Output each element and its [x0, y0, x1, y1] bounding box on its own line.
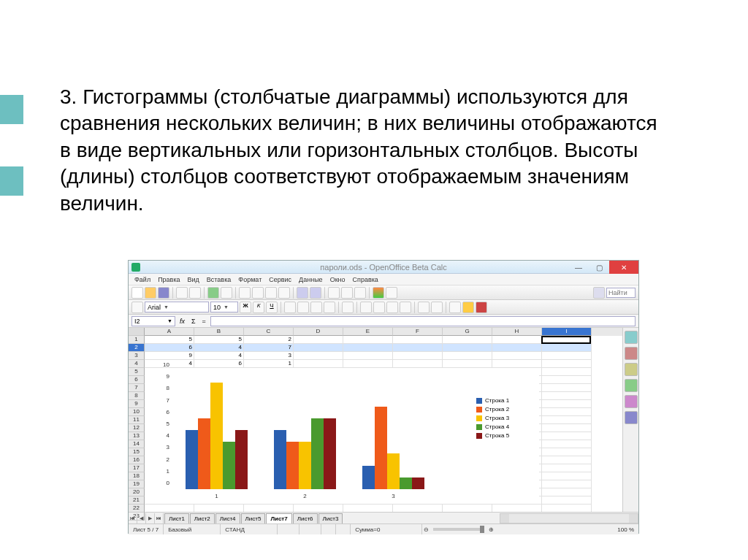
- col-header-F[interactable]: F: [393, 328, 443, 336]
- row-header-11[interactable]: 11: [129, 416, 145, 424]
- menu-format[interactable]: Формат: [235, 276, 264, 283]
- row-header-9[interactable]: 9: [129, 400, 145, 408]
- menu-file[interactable]: Файл: [131, 276, 153, 283]
- cell[interactable]: [294, 352, 343, 360]
- row-header-15[interactable]: 15: [129, 448, 145, 456]
- cell[interactable]: [542, 384, 592, 392]
- cell[interactable]: [343, 360, 393, 368]
- cell[interactable]: 2: [244, 336, 294, 344]
- cell[interactable]: 1: [244, 360, 294, 368]
- row-header-22[interactable]: 22: [129, 505, 145, 513]
- font-size-combo[interactable]: 10▼: [210, 302, 238, 312]
- sheet-tab[interactable]: Лист5: [241, 513, 266, 523]
- cell[interactable]: [244, 505, 294, 512]
- cell[interactable]: 4: [145, 360, 194, 368]
- row-header-2[interactable]: 2: [129, 344, 145, 352]
- cell[interactable]: 4: [194, 352, 244, 360]
- new-doc-icon[interactable]: [131, 287, 143, 299]
- preview-icon[interactable]: [189, 287, 201, 299]
- sum-button[interactable]: Σ: [189, 318, 198, 325]
- cell[interactable]: [443, 336, 492, 344]
- cell[interactable]: [542, 464, 592, 472]
- align-right-icon[interactable]: [310, 302, 322, 313]
- zoom-slider[interactable]: [433, 528, 484, 531]
- row-header-18[interactable]: 18: [129, 472, 145, 480]
- col-header-E[interactable]: E: [343, 328, 393, 336]
- row-header-14[interactable]: 14: [129, 440, 145, 448]
- col-header-H[interactable]: H: [492, 328, 542, 336]
- navigator-icon[interactable]: [386, 287, 397, 299]
- fontcolor-icon[interactable]: [476, 302, 487, 313]
- properties-icon[interactable]: [625, 331, 638, 344]
- cell[interactable]: [542, 408, 592, 416]
- cell[interactable]: [393, 352, 443, 360]
- row-header-1[interactable]: 1: [129, 336, 145, 344]
- row-header-16[interactable]: 16: [129, 456, 145, 464]
- menu-view[interactable]: Вид: [185, 276, 202, 283]
- paste-icon[interactable]: [265, 287, 277, 299]
- cell[interactable]: 3: [244, 352, 294, 360]
- row-header-6[interactable]: 6: [129, 376, 145, 384]
- cell[interactable]: [492, 505, 542, 512]
- open-icon[interactable]: [145, 287, 156, 299]
- menu-edit[interactable]: Правка: [155, 276, 183, 283]
- eq-button[interactable]: =: [200, 318, 208, 325]
- cell[interactable]: [145, 505, 194, 512]
- cell[interactable]: [542, 496, 592, 505]
- cell[interactable]: [542, 448, 592, 456]
- cell[interactable]: 6: [145, 344, 194, 352]
- currency-icon[interactable]: [360, 302, 372, 313]
- sheet-tab[interactable]: Лист3: [318, 513, 343, 523]
- cell[interactable]: 7: [244, 344, 294, 352]
- styles-icon[interactable]: [131, 302, 143, 313]
- col-header-I[interactable]: I: [542, 328, 592, 336]
- col-header-A[interactable]: A: [145, 328, 194, 336]
- cell[interactable]: 4: [194, 344, 244, 352]
- gallery-icon[interactable]: [625, 363, 638, 376]
- bold-button[interactable]: Ж: [240, 302, 251, 313]
- status-sum[interactable]: Сумма=0: [351, 524, 422, 534]
- cell[interactable]: [492, 344, 542, 352]
- cell[interactable]: [294, 360, 343, 368]
- functions-icon[interactable]: [625, 395, 638, 408]
- tab-prev-icon[interactable]: ◀: [137, 513, 146, 523]
- sort-desc-icon[interactable]: [354, 287, 366, 299]
- zoom-in-button[interactable]: ⊕: [487, 526, 495, 533]
- cell[interactable]: [194, 505, 244, 512]
- cell[interactable]: [393, 360, 443, 368]
- row-header-5[interactable]: 5: [129, 368, 145, 376]
- row-header-3[interactable]: 3: [129, 352, 145, 360]
- cell[interactable]: [443, 352, 492, 360]
- embedded-chart[interactable]: 012345678910 123 Строка 1Строка 2Строка …: [145, 368, 539, 504]
- menu-data[interactable]: Данные: [296, 276, 326, 283]
- cell[interactable]: [542, 432, 592, 440]
- cell[interactable]: [443, 360, 492, 368]
- row-header-17[interactable]: 17: [129, 464, 145, 472]
- minimize-button[interactable]: —: [568, 261, 589, 274]
- cell[interactable]: [542, 488, 592, 496]
- menu-help[interactable]: Справка: [350, 276, 381, 283]
- align-left-icon[interactable]: [284, 302, 296, 313]
- cell[interactable]: [393, 336, 443, 344]
- sort-asc-icon[interactable]: [341, 287, 353, 299]
- copy-icon[interactable]: [252, 287, 264, 299]
- cell[interactable]: [542, 352, 592, 360]
- cell[interactable]: [542, 392, 592, 400]
- format-paint-icon[interactable]: [278, 287, 290, 299]
- cell[interactable]: [294, 336, 343, 344]
- find-input[interactable]: [606, 288, 636, 298]
- bgcolor-icon[interactable]: [462, 302, 474, 313]
- menu-window[interactable]: Окно: [327, 276, 348, 283]
- cell[interactable]: [542, 360, 592, 368]
- cell[interactable]: [542, 368, 592, 376]
- redo-icon[interactable]: [310, 287, 321, 299]
- row-header-7[interactable]: 7: [129, 384, 145, 392]
- italic-button[interactable]: К: [253, 302, 264, 313]
- sheet-tab[interactable]: Лист4: [215, 513, 240, 523]
- cell[interactable]: [443, 344, 492, 352]
- align-justify-icon[interactable]: [324, 302, 335, 313]
- tab-last-icon[interactable]: ⏭: [155, 513, 164, 523]
- styles-side-icon[interactable]: [625, 347, 638, 360]
- cell[interactable]: [492, 360, 542, 368]
- remove-decimal-icon[interactable]: [400, 302, 411, 313]
